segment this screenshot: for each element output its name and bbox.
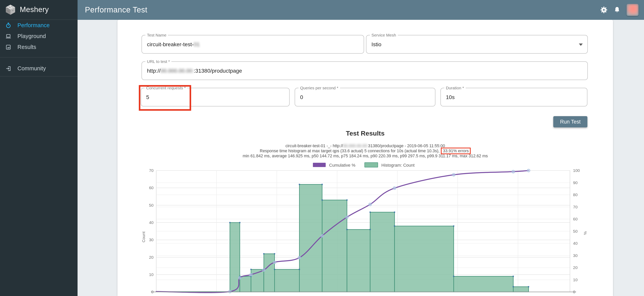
duration-field[interactable]: Duration * 10s (440, 88, 588, 106)
histogram-legend-label: Histogram: Count (381, 163, 414, 167)
results-line3: min 61.842 ms, average 146.925 ms, p50 1… (118, 154, 613, 159)
svg-text:0: 0 (573, 289, 575, 294)
results-info: circuit-breaker-test-01 -_- http://00.00… (118, 143, 613, 159)
exit-icon (6, 65, 11, 71)
user-avatar[interactable] (626, 4, 638, 16)
sidebar-item-playground[interactable]: Playground (0, 31, 78, 42)
url-field[interactable]: URL to test * http://00.000.00.00::31380… (142, 61, 588, 80)
svg-text:50: 50 (573, 229, 578, 233)
svg-text:%: % (583, 231, 588, 235)
queries-per-second-label: Queries per second * (298, 85, 340, 90)
bell-icon[interactable] (613, 6, 621, 14)
header: Performance Test (78, 0, 644, 20)
avatar-blur (626, 4, 638, 16)
app-window: Meshery PerformancePlaygroundResults Com… (0, 0, 644, 296)
results-line2: Response time histogram at max target qp… (118, 149, 613, 154)
svg-text:70: 70 (573, 205, 578, 209)
gear-icon[interactable] (600, 6, 608, 14)
queries-per-second-value: 0 (300, 94, 303, 100)
page-title: Performance Test (85, 6, 147, 14)
svg-text:60: 60 (149, 186, 154, 190)
service-mesh-select[interactable]: Service Mesh Istio (366, 35, 588, 54)
test-name-field[interactable]: Test Name circuit-breaker-test-01 (142, 35, 364, 54)
svg-text:10: 10 (149, 272, 154, 277)
svg-text:80: 80 (573, 193, 578, 197)
cumulative-legend-swatch (313, 163, 326, 167)
brand-label: Meshery (20, 6, 49, 14)
chevron-down-icon (579, 44, 583, 46)
svg-text:60: 60 (573, 217, 578, 221)
service-mesh-label: Service Mesh (370, 33, 398, 37)
url-value: http://00.000.00.00::31380/productpage (147, 68, 242, 74)
sidebar-item-performance[interactable]: Performance (0, 20, 78, 31)
svg-text:30: 30 (149, 238, 154, 242)
brand[interactable]: Meshery (0, 0, 78, 20)
concurrent-requests-field[interactable]: Concurrent requests * 5 (141, 88, 290, 106)
test-name-label: Test Name (146, 33, 168, 37)
response-time-chart[interactable]: 0102030405060700102030405060708090100Cou… (140, 168, 593, 296)
queries-per-second-field[interactable]: Queries per second * 0 (295, 88, 436, 106)
sidebar-divider (0, 76, 78, 77)
header-actions (600, 0, 638, 20)
redacted-text: 00.000.00.00: (160, 68, 194, 74)
cumulative-legend-label: Cumulative % (329, 163, 356, 167)
concurrent-requests-value: 5 (146, 94, 149, 100)
svg-text:20: 20 (149, 255, 154, 259)
sidebar-item-label: Community (18, 65, 46, 71)
stopwatch-icon (6, 22, 11, 28)
sidebar-item-label: Results (18, 44, 36, 50)
results-heading: Test Results (118, 130, 613, 137)
sidebar-item-community[interactable]: Community (0, 63, 78, 74)
svg-text:30: 30 (573, 253, 578, 258)
concurrent-requests-label: Concurrent requests * (144, 85, 187, 90)
service-mesh-value: Istio (372, 41, 381, 47)
laptop-icon (6, 33, 11, 39)
svg-text:70: 70 (149, 168, 154, 173)
svg-text:90: 90 (573, 181, 578, 185)
test-name-value: circuit-breaker-test-01 (147, 41, 200, 47)
sidebar-item-label: Playground (18, 33, 46, 39)
svg-text:100: 100 (573, 168, 580, 173)
results-line1: circuit-breaker-test-01 -_- http://00.00… (118, 143, 613, 149)
svg-text:40: 40 (149, 220, 154, 225)
svg-text:10: 10 (573, 277, 578, 282)
duration-label: Duration * (444, 85, 466, 90)
sidebar-item-results[interactable]: Results (0, 42, 78, 52)
meshery-logo-icon (5, 4, 16, 16)
chart-legend: Cumulative % Histogram: Count (140, 162, 593, 168)
svg-text:0: 0 (151, 289, 154, 294)
duration-value: 10s (446, 94, 454, 100)
results-icon (6, 44, 11, 50)
errors-highlight-annotation: 33.91% errors (441, 147, 471, 154)
svg-text:40: 40 (573, 241, 578, 245)
redacted-text: 00.000.00.00: (343, 143, 368, 148)
svg-text:Count: Count (141, 232, 146, 242)
run-test-button[interactable]: Run Test (553, 116, 588, 127)
sidebar: Meshery PerformancePlaygroundResults Com… (0, 0, 78, 296)
svg-text:20: 20 (573, 265, 578, 270)
sidebar-divider (0, 57, 78, 58)
sidebar-item-label: Performance (18, 22, 50, 28)
svg-text:50: 50 (149, 203, 154, 207)
redacted-text: 01 (194, 41, 200, 47)
histogram-legend-swatch (364, 162, 378, 168)
url-label: URL to test * (146, 59, 171, 64)
